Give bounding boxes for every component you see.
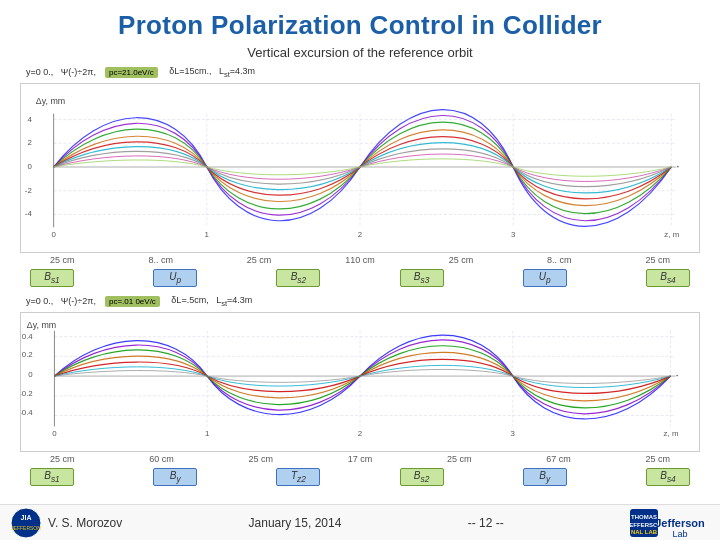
svg-text:2: 2 xyxy=(358,429,362,438)
plot1-distance-labels: 25 cm 8.. cm 25 cm 110 cm 25 cm 8.. cm 2… xyxy=(20,255,700,265)
svg-text:-2: -2 xyxy=(25,186,32,195)
svg-text:2: 2 xyxy=(358,230,362,239)
svg-text:0: 0 xyxy=(28,370,33,379)
page-title: Proton Polarization Control in Collider xyxy=(0,0,720,45)
svg-text:JIA: JIA xyxy=(21,514,32,521)
footer-date: January 15, 2014 xyxy=(249,516,342,530)
plot2-params: y=0 0., Ψ(-)÷2π, pc=.01 0eV/c δL=.5cm, L… xyxy=(20,293,700,310)
plot1-container: Δy, mm 4 2 0 -2 -4 0 1 2 xyxy=(20,83,700,253)
element2-bs4: Bs4 xyxy=(646,468,690,486)
footer-right: THOMAS JEFFERSON NAL LAB Jefferson Lab xyxy=(630,507,710,539)
plot1-subtitle: Vertical excursion of the reference orbi… xyxy=(20,45,700,60)
svg-text:0: 0 xyxy=(28,162,33,171)
svg-text:0.2: 0.2 xyxy=(22,350,33,359)
element2-bs2: Bs2 xyxy=(400,468,444,486)
svg-text:0: 0 xyxy=(51,230,56,239)
element2-by2: By xyxy=(523,468,567,486)
plot2-container: Δy, mm 0.4 0.2 0 -0.2 -0.4 0 1 xyxy=(20,312,700,452)
plot2-param-highlight: pc=.01 0eV/c xyxy=(105,296,160,307)
svg-text:4: 4 xyxy=(28,114,33,123)
footer-author: V. S. Morozov xyxy=(48,516,122,530)
svg-text:0: 0 xyxy=(52,429,57,438)
svg-text:THOMAS: THOMAS xyxy=(631,514,657,520)
svg-text:NAL LAB: NAL LAB xyxy=(631,529,658,535)
svg-text:-4: -4 xyxy=(25,209,33,218)
plot1-element-row: Bs1 Up Bs2 Bs3 Up Bs4 xyxy=(20,267,700,289)
svg-text:Δy, mm: Δy, mm xyxy=(27,319,56,329)
svg-text:3: 3 xyxy=(511,230,516,239)
svg-text:3: 3 xyxy=(511,429,516,438)
element-up2: Up xyxy=(523,269,567,287)
jia-logo-icon: JIA JEFFERSON xyxy=(10,507,42,539)
svg-text:1: 1 xyxy=(205,429,209,438)
element-bs1: Bs1 xyxy=(30,269,74,287)
plot1-param-highlight: pc=21.0eV/c xyxy=(105,67,158,78)
element2-bs1: Bs1 xyxy=(30,468,74,486)
footer: JIA JEFFERSON V. S. Morozov January 15, … xyxy=(0,504,720,540)
svg-text:z, m: z, m xyxy=(664,230,679,239)
footer-page: -- 12 -- xyxy=(468,516,504,530)
element-bs4: Bs4 xyxy=(646,269,690,287)
footer-left: JIA JEFFERSON V. S. Morozov xyxy=(10,507,122,539)
element2-tz2: Tz2 xyxy=(276,468,320,486)
svg-text:Δy, mm: Δy, mm xyxy=(36,96,65,106)
element-up1: Up xyxy=(153,269,197,287)
svg-text:·: · xyxy=(675,368,678,382)
svg-text:2: 2 xyxy=(28,138,32,147)
svg-text:·: · xyxy=(676,159,679,173)
svg-text:0.4: 0.4 xyxy=(22,331,34,340)
plot2-distance-labels: 25 cm 60 cm 25 cm 17 cm 25 cm 67 cm 25 c… xyxy=(20,454,700,464)
svg-text:Jefferson: Jefferson xyxy=(655,517,705,529)
svg-text:-0.2: -0.2 xyxy=(21,388,33,397)
element-bs3: Bs3 xyxy=(400,269,444,287)
svg-text:JEFFERSON: JEFFERSON xyxy=(11,525,41,531)
plot1-params: y=0 0., Ψ(-)÷2π, pc=21.0eV/c δL=15cm., L… xyxy=(20,64,700,81)
svg-text:z, m: z, m xyxy=(664,429,679,438)
element2-by: By xyxy=(153,468,197,486)
plot2-element-row: Bs1 By Tz2 Bs2 By Bs4 xyxy=(20,466,700,488)
jlab-logo-icon: THOMAS JEFFERSON NAL LAB Jefferson Lab xyxy=(630,507,710,539)
svg-text:-0.4: -0.4 xyxy=(21,407,33,416)
svg-point-46 xyxy=(11,508,41,538)
svg-text:1: 1 xyxy=(205,230,209,239)
svg-text:Lab: Lab xyxy=(672,529,687,539)
element-bs2: Bs2 xyxy=(276,269,320,287)
